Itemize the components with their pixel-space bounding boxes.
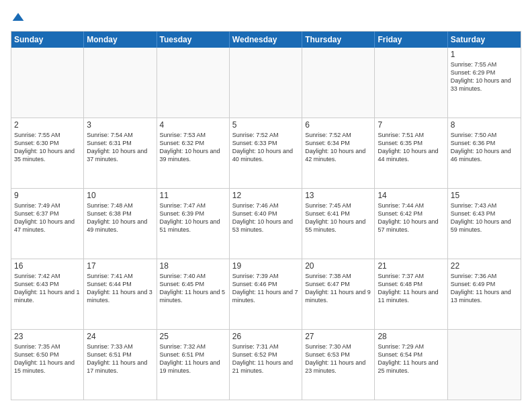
calendar-cell: 19Sunrise: 7:39 AM Sunset: 6:46 PM Dayli… <box>230 259 302 329</box>
calendar-row-1: 2Sunrise: 7:55 AM Sunset: 6:30 PM Daylig… <box>11 118 521 188</box>
day-info: Sunrise: 7:44 AM Sunset: 6:42 PM Dayligh… <box>378 201 444 234</box>
header-tuesday: Tuesday <box>157 32 230 48</box>
header-saturday: Saturday <box>448 32 521 48</box>
day-info: Sunrise: 7:54 AM Sunset: 6:31 PM Dayligh… <box>87 131 153 164</box>
day-info: Sunrise: 7:33 AM Sunset: 6:51 PM Dayligh… <box>87 342 153 375</box>
calendar-cell: 24Sunrise: 7:33 AM Sunset: 6:51 PM Dayli… <box>84 330 157 400</box>
calendar-cell: 8Sunrise: 7:50 AM Sunset: 6:36 PM Daylig… <box>448 118 521 188</box>
header <box>11 11 521 24</box>
calendar-cell: 4Sunrise: 7:53 AM Sunset: 6:32 PM Daylig… <box>157 118 230 188</box>
logo-icon <box>11 11 25 24</box>
day-info: Sunrise: 7:49 AM Sunset: 6:37 PM Dayligh… <box>14 201 81 234</box>
logo <box>11 11 25 24</box>
calendar-cell: 6Sunrise: 7:52 AM Sunset: 6:34 PM Daylig… <box>302 118 375 188</box>
calendar-cell: 17Sunrise: 7:41 AM Sunset: 6:44 PM Dayli… <box>84 259 157 329</box>
day-number: 20 <box>305 261 371 271</box>
calendar-cell <box>448 330 521 400</box>
day-number: 12 <box>232 191 299 200</box>
header-monday: Monday <box>84 32 157 48</box>
day-info: Sunrise: 7:36 AM Sunset: 6:49 PM Dayligh… <box>451 272 518 305</box>
day-number: 11 <box>160 191 226 200</box>
calendar-row-4: 23Sunrise: 7:35 AM Sunset: 6:50 PM Dayli… <box>11 329 521 400</box>
calendar-cell: 10Sunrise: 7:48 AM Sunset: 6:38 PM Dayli… <box>84 189 157 259</box>
day-number: 7 <box>378 120 444 130</box>
day-number: 27 <box>305 332 371 341</box>
calendar-cell: 23Sunrise: 7:35 AM Sunset: 6:50 PM Dayli… <box>11 330 84 400</box>
page: Sunday Monday Tuesday Wednesday Thursday… <box>0 0 532 411</box>
day-info: Sunrise: 7:37 AM Sunset: 6:48 PM Dayligh… <box>378 272 444 305</box>
calendar-row-3: 16Sunrise: 7:42 AM Sunset: 6:43 PM Dayli… <box>11 259 521 329</box>
calendar-cell <box>157 48 230 118</box>
calendar-cell: 18Sunrise: 7:40 AM Sunset: 6:45 PM Dayli… <box>157 259 230 329</box>
day-info: Sunrise: 7:45 AM Sunset: 6:41 PM Dayligh… <box>305 201 371 234</box>
calendar-cell: 16Sunrise: 7:42 AM Sunset: 6:43 PM Dayli… <box>11 259 84 329</box>
day-info: Sunrise: 7:29 AM Sunset: 6:54 PM Dayligh… <box>378 342 444 375</box>
svg-marker-0 <box>13 13 24 21</box>
day-info: Sunrise: 7:42 AM Sunset: 6:43 PM Dayligh… <box>14 272 81 305</box>
day-info: Sunrise: 7:47 AM Sunset: 6:39 PM Dayligh… <box>160 201 226 234</box>
calendar-header: Sunday Monday Tuesday Wednesday Thursday… <box>11 32 521 48</box>
day-number: 13 <box>305 191 371 200</box>
calendar-cell: 9Sunrise: 7:49 AM Sunset: 6:37 PM Daylig… <box>11 189 84 259</box>
day-number: 17 <box>87 261 153 271</box>
calendar-cell: 22Sunrise: 7:36 AM Sunset: 6:49 PM Dayli… <box>448 259 521 329</box>
day-info: Sunrise: 7:39 AM Sunset: 6:46 PM Dayligh… <box>232 272 299 305</box>
calendar-cell: 12Sunrise: 7:46 AM Sunset: 6:40 PM Dayli… <box>230 189 302 259</box>
day-number: 9 <box>14 191 81 200</box>
calendar-cell <box>302 48 375 118</box>
day-info: Sunrise: 7:55 AM Sunset: 6:29 PM Dayligh… <box>451 60 518 93</box>
calendar-cell: 7Sunrise: 7:51 AM Sunset: 6:35 PM Daylig… <box>375 118 447 188</box>
day-number: 6 <box>305 120 371 130</box>
calendar-cell: 5Sunrise: 7:52 AM Sunset: 6:33 PM Daylig… <box>230 118 302 188</box>
day-info: Sunrise: 7:38 AM Sunset: 6:47 PM Dayligh… <box>305 272 371 305</box>
day-number: 28 <box>378 332 444 341</box>
day-info: Sunrise: 7:43 AM Sunset: 6:43 PM Dayligh… <box>451 201 518 234</box>
day-info: Sunrise: 7:50 AM Sunset: 6:36 PM Dayligh… <box>451 131 518 164</box>
day-number: 14 <box>378 191 444 200</box>
calendar-cell: 25Sunrise: 7:32 AM Sunset: 6:51 PM Dayli… <box>157 330 230 400</box>
day-number: 26 <box>232 332 299 341</box>
day-info: Sunrise: 7:41 AM Sunset: 6:44 PM Dayligh… <box>87 272 153 305</box>
calendar-row-0: 1Sunrise: 7:55 AM Sunset: 6:29 PM Daylig… <box>11 48 521 118</box>
day-number: 1 <box>451 50 518 59</box>
day-number: 21 <box>378 261 444 271</box>
calendar-row-2: 9Sunrise: 7:49 AM Sunset: 6:37 PM Daylig… <box>11 188 521 259</box>
day-info: Sunrise: 7:30 AM Sunset: 6:53 PM Dayligh… <box>305 342 371 375</box>
day-number: 23 <box>14 332 81 341</box>
day-number: 22 <box>451 261 518 271</box>
calendar-cell: 20Sunrise: 7:38 AM Sunset: 6:47 PM Dayli… <box>302 259 375 329</box>
calendar-cell: 2Sunrise: 7:55 AM Sunset: 6:30 PM Daylig… <box>11 118 84 188</box>
day-number: 15 <box>451 191 518 200</box>
calendar-cell <box>11 48 84 118</box>
header-friday: Friday <box>375 32 447 48</box>
calendar-cell: 28Sunrise: 7:29 AM Sunset: 6:54 PM Dayli… <box>375 330 447 400</box>
day-number: 3 <box>87 120 153 130</box>
day-info: Sunrise: 7:32 AM Sunset: 6:51 PM Dayligh… <box>160 342 226 375</box>
day-number: 5 <box>232 120 299 130</box>
day-info: Sunrise: 7:31 AM Sunset: 6:52 PM Dayligh… <box>232 342 299 375</box>
day-number: 24 <box>87 332 153 341</box>
calendar-cell: 13Sunrise: 7:45 AM Sunset: 6:41 PM Dayli… <box>302 189 375 259</box>
day-info: Sunrise: 7:51 AM Sunset: 6:35 PM Dayligh… <box>378 131 444 164</box>
day-info: Sunrise: 7:52 AM Sunset: 6:33 PM Dayligh… <box>232 131 299 164</box>
header-sunday: Sunday <box>11 32 84 48</box>
calendar-cell: 15Sunrise: 7:43 AM Sunset: 6:43 PM Dayli… <box>448 189 521 259</box>
day-number: 4 <box>160 120 226 130</box>
day-number: 8 <box>451 120 518 130</box>
day-info: Sunrise: 7:40 AM Sunset: 6:45 PM Dayligh… <box>160 272 226 305</box>
calendar-cell: 1Sunrise: 7:55 AM Sunset: 6:29 PM Daylig… <box>448 48 521 118</box>
calendar-cell: 26Sunrise: 7:31 AM Sunset: 6:52 PM Dayli… <box>230 330 302 400</box>
calendar-cell: 14Sunrise: 7:44 AM Sunset: 6:42 PM Dayli… <box>375 189 447 259</box>
header-wednesday: Wednesday <box>230 32 302 48</box>
day-info: Sunrise: 7:46 AM Sunset: 6:40 PM Dayligh… <box>232 201 299 234</box>
day-number: 10 <box>87 191 153 200</box>
day-number: 18 <box>160 261 226 271</box>
day-number: 16 <box>14 261 81 271</box>
calendar-body: 1Sunrise: 7:55 AM Sunset: 6:29 PM Daylig… <box>11 48 521 400</box>
calendar-cell: 27Sunrise: 7:30 AM Sunset: 6:53 PM Dayli… <box>302 330 375 400</box>
calendar-cell <box>230 48 302 118</box>
day-info: Sunrise: 7:53 AM Sunset: 6:32 PM Dayligh… <box>160 131 226 164</box>
day-number: 25 <box>160 332 226 341</box>
calendar-cell <box>84 48 157 118</box>
day-number: 2 <box>14 120 81 130</box>
